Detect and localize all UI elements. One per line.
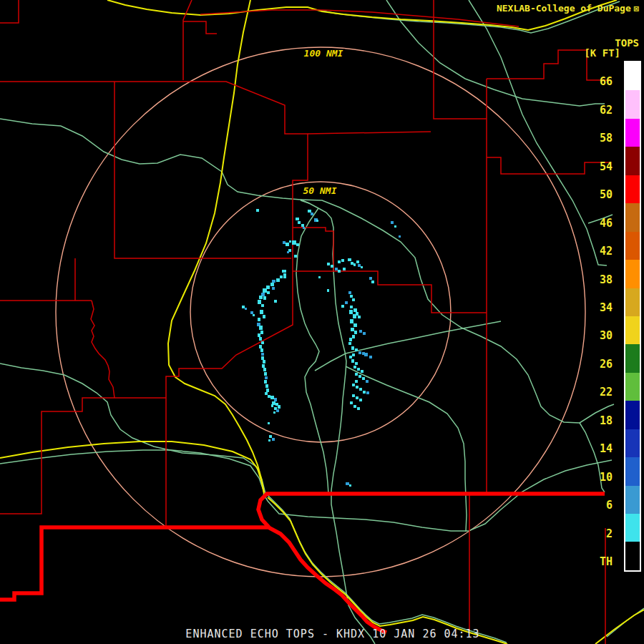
echo-cell [352, 298, 355, 301]
echo-cell [335, 268, 338, 270]
echo-cell [311, 213, 313, 215]
echo-cell [371, 280, 374, 283]
echo-cell [274, 300, 277, 303]
echo-cell [352, 335, 355, 338]
county-boundary [0, 398, 166, 514]
echo-cell [260, 331, 263, 334]
echo-cell [327, 289, 329, 292]
county-boundary [183, 21, 217, 34]
echo-cell [348, 342, 351, 345]
echo-cell [256, 209, 259, 212]
echo-cell [259, 326, 263, 330]
legend-label: 26 [600, 358, 613, 371]
echo-cell [356, 386, 358, 389]
echo-cell [259, 337, 262, 341]
echo-cell [355, 362, 358, 365]
color-scale-bar [624, 61, 641, 572]
echo-cell [250, 311, 253, 314]
legend-label: 50 [600, 188, 613, 201]
legend-color-block [625, 147, 640, 175]
radar-display: NEXLAB-College of DuPage⊠ TOPS [K FT] 66… [0, 0, 644, 644]
legend-label: 58 [600, 132, 613, 145]
county-boundary [91, 301, 114, 398]
echo-cell [268, 422, 270, 424]
attribution-text: NEXLAB-College of DuPage [497, 3, 631, 14]
site-attribution: NEXLAB-College of DuPage⊠ [497, 3, 639, 14]
echo-cell [348, 258, 351, 261]
echo-cell [346, 482, 349, 485]
echo-cell [261, 304, 264, 307]
echo-cell [351, 262, 353, 265]
echo-cell [271, 404, 273, 407]
echo-cell [357, 407, 360, 410]
road-line [301, 200, 614, 423]
echo-cell [268, 439, 270, 441]
state-border [258, 494, 605, 633]
echo-cell [358, 316, 361, 318]
echo-cell [266, 389, 269, 392]
legend-color-block [625, 90, 640, 118]
echo-cell [369, 356, 372, 358]
echo-cell [351, 328, 354, 331]
radar-map-canvas [0, 0, 644, 644]
echo-cell [276, 278, 280, 282]
echo-cell [298, 221, 301, 224]
echo-cell [353, 323, 357, 327]
legend-label: 18 [600, 414, 613, 427]
echo-cell [264, 380, 267, 384]
echo-cell [263, 368, 266, 371]
echo-cell [355, 348, 358, 351]
echo-cell [276, 409, 279, 412]
echo-cell [261, 353, 264, 356]
echo-cell [359, 399, 362, 401]
echo-cell [350, 401, 353, 404]
legend-color-block [625, 401, 640, 429]
echo-cell [355, 380, 358, 383]
echo-cell [245, 308, 247, 310]
road-line [0, 119, 309, 203]
road-line [268, 495, 507, 643]
nexlab-logo-icon: ⊠ [634, 4, 639, 14]
echo-cell [274, 398, 277, 401]
county-boundary [183, 0, 192, 80]
echo-cell [273, 411, 275, 414]
legend-label: 30 [600, 329, 613, 342]
echo-cell [343, 268, 346, 270]
legend-units: [K FT] [584, 47, 620, 59]
echo-cell [366, 391, 369, 394]
echo-cell [353, 308, 357, 312]
echo-cell [350, 319, 353, 323]
state-border [0, 527, 270, 600]
highway-line [268, 497, 507, 644]
echo-cell [359, 388, 362, 391]
legend-label: 34 [600, 301, 613, 314]
echo-cell [262, 364, 265, 368]
legend-color-block [625, 232, 640, 260]
range-ring-label: 100 NMI [303, 49, 345, 59]
echo-cell [358, 264, 361, 267]
legend-color-block [625, 62, 640, 90]
highway-line [168, 0, 264, 492]
echo-cell [349, 338, 352, 341]
echo-cell [351, 359, 354, 363]
echo-cell [394, 225, 396, 228]
echo-cell [272, 280, 275, 283]
echo-cell [341, 305, 344, 308]
echo-cell [349, 356, 352, 358]
road-line [301, 200, 375, 644]
legend-color-block [625, 373, 640, 401]
county-boundary [293, 271, 487, 313]
echo-cell [331, 265, 333, 268]
echo-cell [355, 373, 358, 376]
echo-cell [259, 296, 263, 299]
road-line [315, 321, 501, 371]
echo-cell [258, 333, 260, 337]
echo-cell [354, 331, 357, 334]
echo-cell [280, 275, 283, 278]
echo-cell [263, 288, 267, 293]
echo-cell [358, 351, 361, 354]
echo-cell [318, 276, 321, 278]
echo-cell [391, 221, 394, 224]
county-boundary [487, 157, 610, 174]
echo-cell [349, 484, 351, 487]
